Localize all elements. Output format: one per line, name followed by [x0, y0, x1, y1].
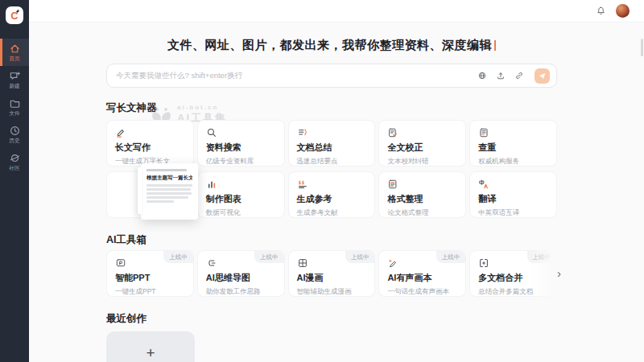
sidebar-item-home[interactable]: 首页: [0, 39, 29, 66]
card-description: 论文格式整理: [387, 208, 457, 218]
card-description: 迅速总结要点: [297, 157, 367, 167]
card-translate[interactable]: 翻译中英双语互译: [469, 171, 557, 218]
card-description: 中英双语互译: [478, 208, 548, 218]
card-audio-book[interactable]: AI有声画本一句话生成有声画本上线中: [378, 250, 466, 297]
card-proofread[interactable]: 全文校正文本校对纠错: [378, 120, 466, 167]
link-icon[interactable]: [514, 71, 524, 80]
community-icon: [9, 152, 21, 164]
preview-meta-line: [147, 169, 187, 171]
card-mindmap[interactable]: AI思维导图助你发散工作思路上线中: [197, 250, 285, 297]
sidebar-item-label: 首页: [9, 56, 19, 62]
prompt-placeholder: 今天需要我做些什么? shift+enter换行: [116, 71, 477, 81]
paper-plane-icon: [538, 72, 547, 80]
sidebar-item-community[interactable]: 社区: [0, 148, 29, 175]
proofread-icon: [387, 127, 457, 138]
sidebar: C 首页新建文件历史社区: [0, 0, 29, 362]
translate-icon: [478, 179, 548, 190]
main-content: 文件、网址、图片，都发出来，我帮你整理资料、深度编辑 今天需要我做些什么? sh…: [29, 23, 644, 362]
search-icon: [206, 127, 276, 138]
card-title: AI有声画本: [387, 272, 457, 284]
reference-icon: [297, 179, 367, 190]
card-title: 智能PPT: [115, 272, 185, 284]
home-icon: [9, 43, 21, 55]
carousel-next-button[interactable]: ›: [555, 265, 563, 281]
app-logo[interactable]: C: [6, 6, 23, 24]
plus-icon: +: [146, 345, 155, 360]
pencil-icon: [115, 127, 185, 138]
card-title: AI漫画: [297, 272, 367, 284]
card-title: 翻译: [478, 193, 548, 205]
card-description: 亿级专业资料库: [206, 157, 276, 167]
card-comic[interactable]: AI漫画智能辅助生成漫画上线中: [288, 250, 376, 297]
card-title: 文档总结: [297, 142, 367, 154]
sidebar-item-label: 社区: [9, 165, 19, 171]
card-title: 长文写作: [115, 142, 185, 154]
card-description: 文本校对纠错: [387, 157, 457, 167]
card-make-chart[interactable]: 制作图表数据可视化: [197, 171, 285, 218]
section-title-toolbox: AI工具箱: [106, 233, 557, 247]
writing-tools-grid: 长文写作一键生成万字长文资料搜索亿级专业资料库文档总结迅速总结要点全文校正文本校…: [106, 120, 557, 218]
card-title: 查重: [478, 142, 548, 154]
sidebar-item-new[interactable]: 新建: [0, 66, 29, 93]
card-description: 生成参考文献: [297, 208, 367, 218]
card-title: 制作图表: [206, 193, 276, 205]
history-icon: [9, 125, 21, 137]
hero-title-text: 文件、网址、图片，都发出来，我帮你整理资料、深度编辑: [167, 38, 492, 51]
new-chat-icon: [9, 70, 21, 82]
status-badge: 上线中: [254, 251, 284, 263]
sidebar-item-files[interactable]: 文件: [0, 93, 29, 121]
preview-title: 根据主题写一篇长文...: [147, 175, 192, 182]
prompt-input-bar[interactable]: 今天需要我做些什么? shift+enter换行: [106, 64, 557, 88]
status-badge: 上线中: [345, 251, 375, 263]
folder-icon: [9, 97, 21, 109]
content-column: 文件、网址、图片，都发出来，我帮你整理资料、深度编辑 今天需要我做些什么? sh…: [106, 37, 557, 362]
format-icon: [387, 179, 457, 190]
card-format-tidy[interactable]: 格式整理论文格式整理: [378, 171, 466, 218]
typing-cursor-icon: [494, 40, 496, 51]
sidebar-item-label: 历史: [9, 138, 19, 144]
doc-preview-popup: 根据主题写一篇长文...: [141, 163, 198, 220]
card-description: 智能辅助生成漫画: [297, 287, 367, 297]
card-title: 格式整理: [387, 193, 457, 205]
upload-icon[interactable]: [496, 71, 506, 80]
sidebar-item-label: 文件: [9, 110, 19, 117]
card-description: 助你发散工作思路: [206, 287, 276, 297]
notification-bell-icon[interactable]: [596, 6, 606, 16]
card-description: 数据可视化: [206, 208, 276, 218]
card-title: 多文档合并: [478, 272, 548, 284]
card-doc-summary[interactable]: 文档总结迅速总结要点: [288, 120, 376, 167]
card-description: 权威机构服务: [478, 157, 548, 167]
section-title-recent: 最近创作: [106, 312, 557, 326]
status-badge: 上线中: [163, 251, 193, 263]
card-long-writing[interactable]: 长文写作一键生成万字长文: [106, 120, 194, 167]
chart-icon: [206, 179, 276, 190]
summary-icon: [297, 127, 367, 138]
composer-actions: [477, 68, 550, 84]
card-smart-ppt[interactable]: 智能PPT一键生成PPT上线中: [106, 250, 194, 297]
status-badge: 上线中: [436, 251, 466, 263]
globe-icon[interactable]: [477, 71, 487, 80]
user-avatar[interactable]: [616, 4, 630, 18]
card-gen-reference[interactable]: 生成参考生成参考文献: [288, 171, 376, 218]
section-title-writing: 写长文神器: [106, 101, 557, 115]
sidebar-nav: 首页新建文件历史社区: [0, 39, 29, 175]
sidebar-item-label: 新建: [9, 83, 19, 89]
card-description: 总结合并多篇文档: [478, 287, 548, 297]
toolbox-grid: 智能PPT一键生成PPT上线中AI思维导图助你发散工作思路上线中AI漫画智能辅助…: [106, 250, 557, 297]
card-title: 生成参考: [297, 193, 367, 205]
card-duplicate-check[interactable]: 查重权威机构服务: [469, 120, 557, 167]
card-title: 全文校正: [387, 142, 457, 154]
hero-title: 文件、网址、图片，都发出来，我帮你整理资料、深度编辑: [106, 37, 557, 53]
send-button[interactable]: [535, 68, 550, 84]
card-doc-preview[interactable]: 根据主题写一篇长文...: [106, 171, 194, 218]
card-doc-merge[interactable]: 多文档合并总结合并多篇文档上线中: [469, 250, 557, 297]
sidebar-item-history[interactable]: 历史: [0, 121, 29, 148]
top-header: [29, 0, 644, 23]
status-badge: 上线中: [527, 251, 557, 263]
toolbox-carousel: 智能PPT一键生成PPT上线中AI思维导图助你发散工作思路上线中AI漫画智能辅助…: [106, 250, 557, 297]
card-material-search[interactable]: 资料搜索亿级专业资料库: [197, 120, 285, 167]
scrollbar-thumb[interactable]: [641, 39, 643, 56]
card-description: 一句话生成有声画本: [387, 287, 457, 297]
new-creation-card[interactable]: +: [106, 331, 195, 362]
duplicate-check-icon: [478, 127, 548, 138]
